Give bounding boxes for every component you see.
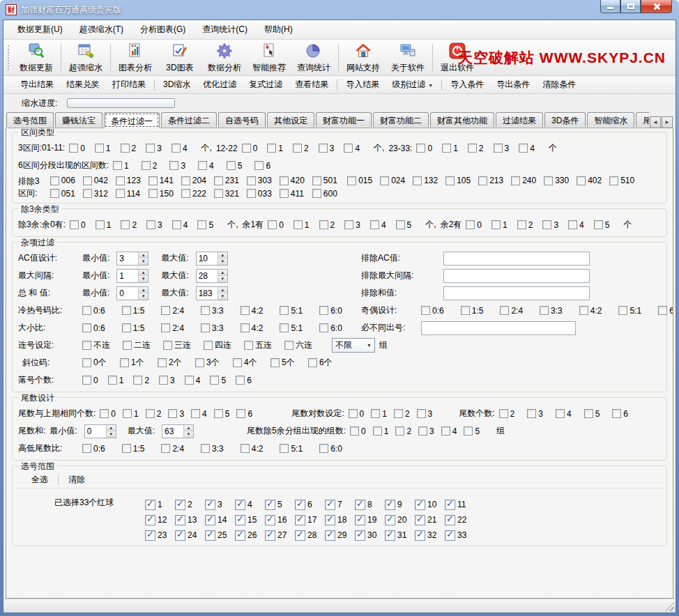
- exclude-zone3-checkbox[interactable]: 150: [148, 189, 181, 199]
- tail-pair-checkbox[interactable]: 0: [349, 409, 365, 419]
- spin-up-icon[interactable]: ▲: [107, 425, 116, 432]
- consecutive-checkbox[interactable]: 四连: [204, 339, 244, 351]
- tab[interactable]: 尾数个数行列: [636, 112, 649, 127]
- tail-count-checkbox[interactable]: 2: [499, 409, 515, 419]
- hot-cold-ratio-checkbox[interactable]: 4:2: [241, 306, 264, 316]
- tab[interactable]: 3D条件: [544, 112, 586, 127]
- zone3-count-checkbox[interactable]: 2: [468, 144, 484, 153]
- print-results-button[interactable]: 打印结果: [106, 77, 152, 93]
- tab[interactable]: 选号范围: [6, 112, 54, 127]
- zone3-count-checkbox[interactable]: 0: [242, 144, 258, 153]
- spin-up-icon[interactable]: ▲: [139, 252, 148, 259]
- mod3-count-checkbox[interactable]: 1: [96, 220, 112, 230]
- red-ball-checkbox[interactable]: 7: [325, 500, 355, 510]
- tail-count-checkbox[interactable]: 4: [556, 409, 572, 419]
- red-ball-checkbox[interactable]: 16: [265, 515, 295, 525]
- big-small-ratio-checkbox[interactable]: 2:4: [161, 323, 184, 333]
- big-small-ratio-checkbox[interactable]: 0:6: [82, 323, 105, 333]
- view-results-button[interactable]: 查看结果: [289, 77, 335, 93]
- tail-ratio-checkbox[interactable]: 3:3: [201, 444, 224, 454]
- big-small-ratio-checkbox[interactable]: 4:2: [241, 323, 264, 333]
- odd-even-ratio-checkbox[interactable]: 2:4: [500, 306, 523, 316]
- hot-cold-ratio-checkbox[interactable]: 3:3: [201, 306, 224, 316]
- consecutive-groups-dropdown[interactable]: 不限▼: [332, 338, 375, 353]
- mod3-count-checkbox[interactable]: 3: [344, 220, 360, 230]
- zone3-count-checkbox[interactable]: 0: [69, 144, 85, 153]
- tail-count-checkbox[interactable]: 6: [612, 409, 628, 419]
- menu-help[interactable]: 帮助(H): [256, 21, 301, 38]
- red-ball-checkbox[interactable]: 12: [145, 515, 175, 525]
- exclude-zone3-checkbox[interactable]: 321: [214, 189, 247, 199]
- red-ball-checkbox[interactable]: 29: [325, 530, 355, 541]
- mod3-count-checkbox[interactable]: 1: [293, 220, 310, 230]
- zone3-count-checkbox[interactable]: 2: [121, 144, 137, 153]
- tail-same-checkbox[interactable]: 4: [191, 409, 207, 419]
- tail-ratio-checkbox[interactable]: 1:5: [122, 444, 145, 454]
- tail-ratio-checkbox[interactable]: 6:0: [319, 444, 342, 454]
- red-ball-checkbox[interactable]: 13: [175, 515, 205, 525]
- exclude-zone3-checkbox[interactable]: 222: [181, 189, 214, 199]
- slant-code-checkbox[interactable]: 2个: [158, 357, 195, 369]
- tail-mod5-checkbox[interactable]: 3: [418, 426, 434, 436]
- drop-count-checkbox[interactable]: 0: [82, 376, 98, 385]
- big-small-ratio-checkbox[interactable]: 6:0: [319, 323, 342, 333]
- zone6-count-checkbox[interactable]: 4: [198, 161, 214, 171]
- tail-same-checkbox[interactable]: 1: [123, 409, 139, 419]
- data-analysis-button[interactable]: 数据分析: [202, 40, 247, 75]
- red-ball-checkbox[interactable]: 3: [205, 500, 235, 510]
- mod3-count-checkbox[interactable]: 2: [121, 220, 137, 230]
- odd-even-ratio-checkbox[interactable]: 5:1: [618, 306, 641, 316]
- spin-down-icon[interactable]: ▼: [218, 293, 227, 300]
- shrink-3d-button[interactable]: 3D缩水: [157, 77, 197, 93]
- exclude-zone3-checkbox[interactable]: 141: [148, 176, 181, 185]
- red-ball-checkbox[interactable]: 5: [265, 500, 295, 510]
- exclude-zone3-checkbox[interactable]: 132: [413, 176, 445, 185]
- big-small-ratio-checkbox[interactable]: 1:5: [122, 323, 145, 333]
- tail-same-checkbox[interactable]: 0: [100, 409, 116, 419]
- menu-shrink[interactable]: 超强缩水(T): [71, 21, 132, 38]
- red-ball-checkbox[interactable]: 9: [385, 500, 415, 510]
- tab[interactable]: 智能缩水: [587, 112, 634, 127]
- mod3-count-checkbox[interactable]: 0: [268, 220, 284, 230]
- level-filter-dropdown[interactable]: 级别过滤▼: [386, 77, 439, 93]
- exclude-zone3-checkbox[interactable]: 330: [544, 176, 577, 185]
- zone3-count-checkbox[interactable]: 1: [442, 144, 458, 153]
- exclude-zone3-checkbox[interactable]: 312: [83, 189, 116, 199]
- zone6-count-checkbox[interactable]: 2: [142, 161, 158, 171]
- tail-mod5-checkbox[interactable]: 2: [395, 426, 411, 436]
- big-small-ratio-checkbox[interactable]: 3:3: [201, 323, 224, 333]
- tail-ratio-checkbox[interactable]: 5:1: [280, 444, 303, 454]
- exclude-zone3-checkbox[interactable]: 204: [181, 176, 214, 185]
- ac-max-spinner[interactable]: 10▲▼: [196, 252, 228, 265]
- must-diff-input[interactable]: [421, 321, 576, 335]
- tail-mod5-checkbox[interactable]: 5: [464, 426, 480, 436]
- zone6-count-checkbox[interactable]: 6: [254, 161, 270, 171]
- slant-code-checkbox[interactable]: 5个: [270, 357, 308, 369]
- tail-ratio-checkbox[interactable]: 4:2: [241, 444, 264, 454]
- zone3-count-checkbox[interactable]: 1: [267, 144, 283, 153]
- exclude-zone3-checkbox[interactable]: 105: [445, 176, 478, 185]
- website-support-button[interactable]: 网站支持: [341, 40, 386, 75]
- drop-count-checkbox[interactable]: 4: [185, 376, 201, 385]
- red-ball-checkbox[interactable]: 25: [205, 530, 235, 541]
- tab[interactable]: 条件过滤一: [104, 112, 160, 128]
- slant-code-checkbox[interactable]: 3个: [195, 357, 233, 369]
- zone6-count-checkbox[interactable]: 1: [113, 161, 129, 171]
- exclude-gap-input[interactable]: [443, 269, 590, 283]
- zone3-count-checkbox[interactable]: 3: [146, 144, 162, 153]
- exclude-zone3-checkbox[interactable]: 600: [312, 189, 345, 199]
- red-ball-checkbox[interactable]: 28: [295, 530, 325, 541]
- red-ball-checkbox[interactable]: 30: [355, 530, 385, 541]
- red-ball-checkbox[interactable]: 8: [355, 500, 385, 510]
- spin-up-icon[interactable]: ▲: [139, 270, 148, 277]
- export-results-button[interactable]: 导出结果: [14, 77, 60, 93]
- red-ball-checkbox[interactable]: 6: [295, 500, 325, 510]
- drop-count-checkbox[interactable]: 5: [210, 376, 226, 385]
- maximize-button[interactable]: [620, 0, 641, 13]
- slant-code-checkbox[interactable]: 4个: [233, 357, 270, 369]
- sum-max-spinner[interactable]: 183▲▼: [196, 286, 228, 300]
- odd-even-ratio-checkbox[interactable]: 6:0: [658, 306, 673, 316]
- spin-down-icon[interactable]: ▼: [218, 259, 227, 265]
- zone3-count-checkbox[interactable]: 3: [319, 144, 335, 153]
- spin-down-icon[interactable]: ▼: [107, 431, 116, 438]
